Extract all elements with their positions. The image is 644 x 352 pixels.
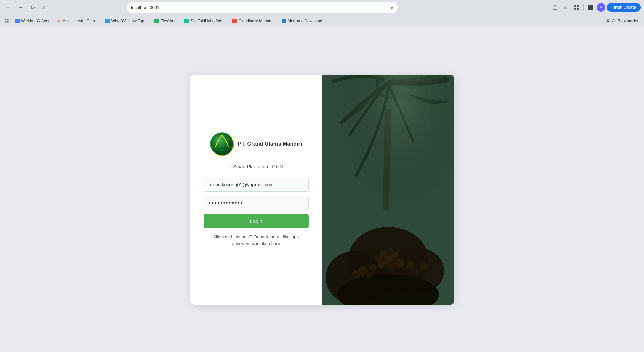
company-name: PT. Grand Utama Mandiri	[238, 141, 302, 148]
home-button[interactable]: ⌂	[40, 3, 49, 12]
svg-rect-5	[577, 8, 579, 10]
svg-rect-8	[5, 21, 6, 22]
address-bar[interactable]	[127, 2, 398, 13]
bookmark-label: FlexWork	[160, 19, 177, 23]
bookmark-favicon	[282, 19, 286, 23]
login-form: Login Silahkan Hubungi IT Departement, J…	[204, 178, 309, 247]
svg-rect-6	[5, 19, 6, 20]
star-icon[interactable]: ★	[390, 5, 394, 10]
bookmark-wieldy[interactable]: Wieldy - G-Axon	[12, 18, 53, 24]
bookmarks-bar: Wieldy - G-Axon ► A successful Git b... …	[0, 15, 644, 27]
password-input[interactable]	[204, 196, 309, 210]
password-manager-icon[interactable]	[550, 3, 560, 12]
bookmark-label: Metronic Downloads	[288, 19, 325, 23]
bookmark-metronic[interactable]: Metronic Downloads	[279, 18, 327, 24]
svg-point-1	[555, 8, 555, 9]
address-bar-icons: ★	[390, 5, 394, 10]
svg-rect-7	[7, 19, 9, 20]
bookmark-flexwork[interactable]: FlexWork	[152, 18, 180, 24]
bookmark-favicon	[232, 19, 237, 23]
login-right-panel	[322, 75, 454, 305]
app-subtitle: e-Smart Plantation - GUM	[229, 164, 283, 169]
email-input[interactable]	[204, 178, 309, 192]
logo-area: PT. Grand Utama Mandiri	[210, 132, 302, 156]
bookmark-label: ScaffoldHub - We...	[191, 19, 226, 23]
company-logo	[210, 132, 234, 156]
bookmark-this-icon[interactable]: ☆	[561, 3, 571, 12]
extensions-icon[interactable]	[572, 3, 581, 12]
toolbar-divider	[583, 4, 584, 11]
cast-icon[interactable]: ⬛	[586, 3, 595, 12]
svg-rect-9	[7, 21, 9, 22]
bookmark-favicon	[184, 19, 189, 23]
login-button[interactable]: Login	[204, 214, 309, 228]
bookmark-label: Wieldy - G-Axon	[21, 19, 50, 23]
bookmark-git[interactable]: ► A successful Git b...	[54, 18, 101, 24]
browser-right-icons: ☆ ⬛ A Finish update	[550, 3, 641, 12]
finish-update-button[interactable]: Finish update	[607, 3, 641, 12]
svg-rect-11	[608, 19, 610, 22]
bookmark-cloudinary[interactable]: Cloudinary Manag...	[230, 18, 277, 24]
forward-button[interactable]: →	[16, 3, 25, 12]
bookmark-favicon	[154, 19, 159, 23]
svg-rect-4	[574, 8, 576, 10]
bookmark-label: Why 3%: How Top...	[111, 19, 148, 23]
bookmark-label: Cloudinary Manag...	[239, 19, 275, 23]
all-bookmarks-button[interactable]: All Bookmarks	[603, 18, 641, 24]
reload-button[interactable]: ↻	[28, 3, 37, 12]
login-card: PT. Grand Utama Mandiri e-Smart Plantati…	[190, 75, 454, 305]
apps-grid-icon[interactable]	[3, 17, 11, 25]
address-bar-container: ★	[127, 2, 398, 13]
svg-rect-38	[322, 75, 454, 305]
browser-chrome: ← → ↻ ⌂ ★ ☆ ⬛ A Finish update	[0, 0, 644, 27]
login-left-panel: PT. Grand Utama Mandiri e-Smart Plantati…	[190, 75, 322, 305]
svg-rect-10	[606, 19, 608, 22]
bookmark-favicon: ►	[57, 19, 61, 23]
svg-rect-2	[574, 5, 576, 7]
bookmark-favicon	[105, 19, 110, 23]
bookmark-scaffoldhub[interactable]: ScaffoldHub - We...	[182, 18, 228, 24]
help-text: Silahkan Hubungi IT Departement, Jika lu…	[204, 234, 309, 247]
profile-icon[interactable]: A	[597, 3, 605, 12]
bookmark-label: A successful Git b...	[63, 19, 98, 23]
browser-toolbar: ← → ↻ ⌂ ★ ☆ ⬛ A Finish update	[0, 0, 644, 15]
back-button[interactable]: ←	[3, 3, 13, 12]
page-content: PT. Grand Utama Mandiri e-Smart Plantati…	[0, 27, 644, 352]
bookmark-favicon	[15, 19, 20, 23]
bookmark-why3[interactable]: Why 3%: How Top...	[103, 18, 151, 24]
svg-rect-3	[577, 5, 579, 7]
all-bookmarks-label: All Bookmarks	[612, 19, 638, 23]
